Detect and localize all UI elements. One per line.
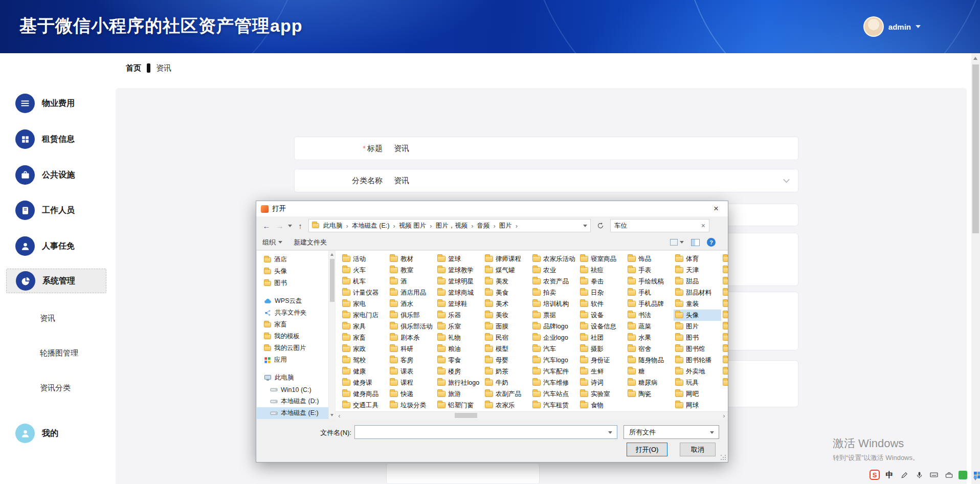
folder-item[interactable]: 驾校 [341,355,388,366]
filename-input[interactable] [354,425,617,439]
nav-item[interactable]: 我的云图片 [257,342,328,354]
folder-item[interactable]: 甜品材料 [674,287,721,298]
sidebar-subitem-1[interactable]: 资讯 [40,311,55,326]
folder-item[interactable]: 汽车配件 [531,366,578,377]
up-icon[interactable]: ↑ [295,222,305,230]
forward-icon[interactable]: → [275,222,285,230]
folder-item[interactable]: 机车 [341,276,388,287]
folder-item[interactable]: 戏 [721,355,728,366]
folder-item[interactable]: 相 [721,377,728,388]
sidebar-subitem-2[interactable]: 轮播图管理 [40,345,78,361]
scroll-up-icon[interactable] [330,253,333,256]
folder-item[interactable]: 玩具 [674,377,721,388]
title-field[interactable]: *标题 资讯 [294,137,798,160]
search-input[interactable]: 车位 × [610,219,709,232]
folder-item[interactable]: 律师课程 [483,253,531,265]
nav-item[interactable]: 图书 [257,277,328,289]
folder-item[interactable]: 美妆 [483,310,531,321]
folder-item[interactable]: 汽车logo [531,355,578,366]
address-crumb[interactable]: 视频 图片 [396,222,429,230]
folder-item[interactable]: 篮球 [436,253,483,265]
nav-item[interactable]: 此电脑 [257,372,328,384]
folder-item[interactable]: 票据 [531,310,578,321]
sidebar-item-7[interactable]: 我的 [0,421,113,446]
folder-item[interactable]: 母婴 [483,355,531,366]
nav-item[interactable]: 头像 [257,266,328,277]
folder-item[interactable]: 设备信息 [578,321,626,332]
file-type-select[interactable]: 所有文件 [623,425,719,439]
folder-item[interactable]: 篮球教学 [436,265,483,276]
folder-item[interactable]: 家畜 [341,332,388,343]
folder-item[interactable]: 篮球鞋 [436,298,483,310]
folder-item[interactable]: 设备 [578,310,626,321]
folder-item[interactable]: 煤气罐 [483,265,531,276]
folder-item[interactable]: 外卖地 [674,366,721,377]
folder-item[interactable]: 物 [721,321,728,332]
folder-item[interactable]: 科研 [388,343,436,355]
view-options-icon[interactable] [670,239,684,246]
folder-item[interactable]: 童装 [674,298,721,310]
folder-item[interactable]: 书法 [626,310,674,321]
folder-item[interactable]: 礼物 [436,332,483,343]
folder-item[interactable]: 酒 [388,276,436,287]
folder-item[interactable]: 家电门店 [341,310,388,321]
folder-item[interactable]: 汽车维修 [531,377,578,388]
folder-item[interactable]: 拍卖 [531,287,578,298]
horizontal-scrollbar[interactable]: ‹ › [336,411,728,419]
folder-item[interactable]: 健身商品 [341,388,388,400]
folder-item[interactable]: 美发 [483,276,531,287]
user-menu[interactable]: admin [863,16,921,37]
sidebar-item-6[interactable]: 系统管理 [6,269,106,293]
folder-item[interactable]: 物 [721,310,728,321]
new-folder-button[interactable]: 新建文件夹 [294,238,327,247]
folder-item[interactable]: 教材 [388,253,436,265]
close-icon[interactable]: × [704,201,728,216]
folder-item[interactable]: 篮球明星 [436,276,483,287]
folder-item[interactable]: 模型 [483,343,531,355]
folder-item[interactable]: 快递 [388,388,436,400]
folder-item[interactable]: 拳击 [578,276,626,287]
folder-item[interactable]: 健身课 [341,377,388,388]
h-scroll-thumb[interactable] [455,413,477,418]
address-dropdown-icon[interactable] [583,225,587,227]
folder-item[interactable]: 面膜 [483,321,531,332]
folder-item[interactable]: 农资产品 [531,276,578,287]
sidebar-item-4[interactable]: 工作人员 [0,198,113,223]
folder-item[interactable]: 图书 [674,332,721,343]
folder-item[interactable]: 家政 [341,343,388,355]
folder-item[interactable]: 物 [721,332,728,343]
folder-item[interactable]: 实验室 [578,388,626,400]
page-scroll-thumb[interactable] [972,64,979,233]
history-dropdown-icon[interactable] [288,225,292,227]
folder-item[interactable]: 火车 [341,265,388,276]
folder-item[interactable]: 楼房 [436,366,483,377]
folder-item[interactable]: 企业logo [531,332,578,343]
folder-item[interactable]: 家电 [341,298,388,310]
folder-item[interactable]: 牛奶 [483,377,531,388]
folder-item[interactable]: 汽车租赁 [531,400,578,411]
folder-item[interactable]: 手绘线稿 [626,276,674,287]
nav-item[interactable]: 酒店 [257,254,328,266]
folder-item[interactable]: 围 [721,265,728,276]
folder-item[interactable]: 甜品 [674,276,721,287]
page-scrollbar[interactable] [971,53,980,484]
folder-item[interactable]: 培训机构 [531,298,578,310]
folder-item[interactable]: 农家乐活动 [531,253,578,265]
folder-item[interactable]: 西 [721,343,728,355]
back-icon[interactable]: ← [261,222,272,230]
nav-item[interactable]: WPS云盘 [257,295,328,307]
folder-item[interactable]: 乐室 [436,321,483,332]
resize-grip-icon[interactable] [721,455,722,456]
breadcrumb-home[interactable]: 首页 [126,63,141,73]
folder-item[interactable]: 汽车站点 [531,388,578,400]
folder-item[interactable]: 无 [721,287,728,298]
folder-item[interactable]: 计量仪器 [341,287,388,298]
folder-item[interactable]: 农家乐 [483,400,531,411]
folder-item[interactable]: 日杂 [578,287,626,298]
address-crumb[interactable]: 此电脑 [321,222,345,230]
folder-item[interactable]: 网球 [674,400,721,411]
nav-item[interactable]: 本地磁盘 (D:) [257,395,328,407]
folder-item[interactable]: 旅行社logo [436,377,483,388]
scroll-left-icon[interactable]: ‹ [336,412,343,419]
tray-grid-icon[interactable] [972,470,980,480]
